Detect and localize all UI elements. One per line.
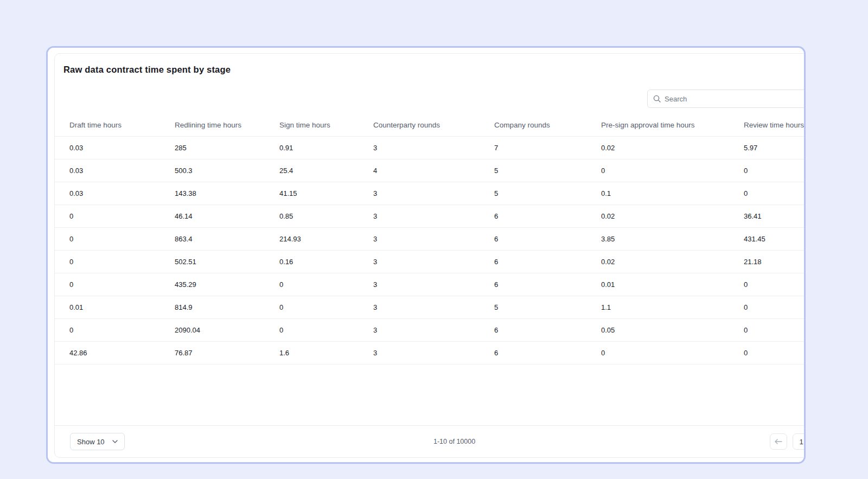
table-cell: 0 (744, 182, 806, 205)
table-cell: 0 (279, 318, 373, 341)
table-cell: 6 (494, 205, 601, 227)
table-cell: 0 (744, 296, 806, 318)
table-cell: 5 (494, 296, 601, 318)
table-cell: 3.85 (601, 227, 744, 250)
page-background: { "widget": { "title": "Raw data contrac… (0, 0, 868, 479)
table-header: Draft time hoursRedlining time hoursSign… (55, 114, 806, 136)
table-cell: 6 (494, 273, 601, 296)
table-cell: 0.02 (601, 205, 744, 227)
table-row: 0.032850.91370.025.97 (55, 136, 806, 159)
table-cell: 3 (373, 250, 494, 273)
table-row: 046.140.85360.0236.41 (55, 205, 806, 227)
table-cell: 0.01 (601, 273, 744, 296)
column-header: Draft time hours (55, 114, 175, 136)
table-cell: 435.29 (175, 273, 279, 296)
table-cell: 0 (744, 341, 806, 364)
table-cell: 0 (601, 341, 744, 364)
table-cell: 0 (55, 318, 175, 341)
table-row: 0863.4214.93363.85431.45 (55, 227, 806, 250)
search-icon (653, 95, 661, 103)
column-header: Sign time hours (279, 114, 373, 136)
table-cell: 0.02 (601, 250, 744, 273)
table-cell: 0.03 (55, 182, 175, 205)
table-cell: 4 (373, 159, 494, 182)
table-cell: 502.51 (175, 250, 279, 273)
table-cell: 0 (744, 318, 806, 341)
table-cell: 0 (55, 205, 175, 227)
table-cell: 285 (175, 136, 279, 159)
search-box[interactable] (647, 90, 806, 108)
table-cell: 5.97 (744, 136, 806, 159)
column-header: Redlining time hours (175, 114, 279, 136)
table-cell: 214.93 (279, 227, 373, 250)
table-row: 0435.290360.010 (55, 273, 806, 296)
table-body: 0.032850.91370.025.970.03500.325.445000.… (55, 136, 806, 364)
table-cell: 7 (494, 136, 601, 159)
table-cell: 41.15 (279, 182, 373, 205)
page-size-label: Show 10 (77, 438, 105, 446)
table-cell: 6 (494, 318, 601, 341)
chevron-down-icon (112, 440, 118, 443)
page-size-select[interactable]: Show 10 (70, 433, 125, 450)
table-cell: 0.01 (55, 296, 175, 318)
table-cell: 0 (744, 273, 806, 296)
table-cell: 6 (494, 250, 601, 273)
table-cell: 0.02 (601, 136, 744, 159)
column-header: Pre-sign approval time hours (601, 114, 744, 136)
previous-page-button[interactable] (770, 433, 787, 450)
table-cell: 0 (279, 273, 373, 296)
table-cell: 76.87 (175, 341, 279, 364)
column-header: Company rounds (494, 114, 601, 136)
table-row: 0.03143.3841.15350.10 (55, 182, 806, 205)
table-cell: 0.16 (279, 250, 373, 273)
table-cell: 3 (373, 182, 494, 205)
table-cell: 0.03 (55, 159, 175, 182)
table-empty-space (55, 365, 806, 426)
table-cell: 3 (373, 227, 494, 250)
table-row: 0.03500.325.44500 (55, 159, 806, 182)
table-cell: 25.4 (279, 159, 373, 182)
table-header-row: Draft time hoursRedlining time hoursSign… (55, 114, 806, 136)
table-cell: 0.05 (601, 318, 744, 341)
table-row: 0502.510.16360.0221.18 (55, 250, 806, 273)
table-cell: 36.41 (744, 205, 806, 227)
widget-title: Raw data contract time spent by stage (55, 54, 806, 81)
data-table: Draft time hoursRedlining time hoursSign… (55, 114, 806, 365)
table-cell: 21.18 (744, 250, 806, 273)
table-cell: 3 (373, 205, 494, 227)
table-cell: 0 (279, 296, 373, 318)
table-cell: 500.3 (175, 159, 279, 182)
table-row: 02090.040360.050 (55, 318, 806, 341)
column-header: Counterparty rounds (373, 114, 494, 136)
pager-controls: 1 (770, 433, 806, 450)
pagination-range-label: 1-10 of 10000 (433, 438, 475, 445)
table-cell: 42.86 (55, 341, 175, 364)
table-cell: 863.4 (175, 227, 279, 250)
table-cell: 2090.04 (175, 318, 279, 341)
table-cell: 431.45 (744, 227, 806, 250)
table-cell: 5 (494, 159, 601, 182)
search-input[interactable] (665, 95, 806, 103)
table-cell: 3 (373, 318, 494, 341)
table-cell: 0 (55, 227, 175, 250)
table-widget: Raw data contract time spent by stage Dr… (54, 53, 806, 458)
table-cell: 0 (601, 159, 744, 182)
table-cell: 1.1 (601, 296, 744, 318)
table-row: 42.8676.871.63600 (55, 341, 806, 364)
arrow-left-icon (775, 439, 782, 444)
pagination-footer: Show 10 1-10 of 10000 1 (55, 425, 806, 457)
table-cell: 6 (494, 341, 601, 364)
table-cell: 0 (55, 250, 175, 273)
table-cell: 6 (494, 227, 601, 250)
table-cell: 3 (373, 136, 494, 159)
table-cell: 46.14 (175, 205, 279, 227)
table-cell: 143.38 (175, 182, 279, 205)
widget-outer-card: Raw data contract time spent by stage Dr… (46, 46, 806, 464)
table-cell: 1.6 (279, 341, 373, 364)
table-cell: 3 (373, 341, 494, 364)
table-cell: 3 (373, 296, 494, 318)
table-cell: 5 (494, 182, 601, 205)
table-cell: 0 (744, 159, 806, 182)
table-cell: 0.03 (55, 136, 175, 159)
page-1-button[interactable]: 1 (793, 433, 806, 450)
